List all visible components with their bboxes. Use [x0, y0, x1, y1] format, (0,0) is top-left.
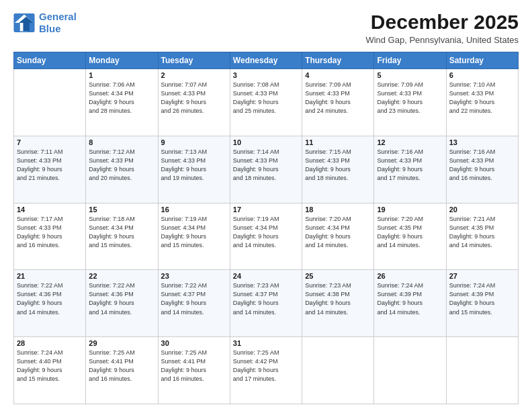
day-number: 3 — [233, 71, 299, 79]
day-cell: 10Sunrise: 7:14 AM Sunset: 4:33 PM Dayli… — [230, 136, 302, 203]
logo: General Blue — [13, 11, 77, 35]
day-info: Sunrise: 7:23 AM Sunset: 4:37 PM Dayligh… — [233, 281, 299, 316]
day-cell: 7Sunrise: 7:11 AM Sunset: 4:33 PM Daylig… — [14, 136, 86, 203]
day-number: 9 — [161, 138, 227, 146]
day-number: 30 — [161, 339, 227, 347]
day-number: 25 — [305, 272, 371, 280]
day-cell: 17Sunrise: 7:19 AM Sunset: 4:34 PM Dayli… — [230, 203, 302, 270]
day-number: 29 — [89, 339, 154, 347]
day-info: Sunrise: 7:24 AM Sunset: 4:40 PM Dayligh… — [17, 349, 83, 383]
week-row-1: 1Sunrise: 7:06 AM Sunset: 4:34 PM Daylig… — [14, 69, 519, 136]
day-cell: 18Sunrise: 7:20 AM Sunset: 4:34 PM Dayli… — [302, 203, 374, 270]
day-cell: 1Sunrise: 7:06 AM Sunset: 4:34 PM Daylig… — [86, 69, 158, 136]
day-number: 4 — [305, 71, 371, 79]
day-number: 11 — [305, 138, 371, 146]
day-cell: 30Sunrise: 7:25 AM Sunset: 4:41 PM Dayli… — [158, 337, 230, 404]
calendar-header: SundayMondayTuesdayWednesdayThursdayFrid… — [14, 52, 519, 69]
day-cell: 16Sunrise: 7:19 AM Sunset: 4:34 PM Dayli… — [158, 203, 230, 270]
day-info: Sunrise: 7:10 AM Sunset: 4:33 PM Dayligh… — [449, 81, 515, 116]
day-cell: 19Sunrise: 7:20 AM Sunset: 4:35 PM Dayli… — [374, 203, 446, 270]
title-block: December 2025 Wind Gap, Pennsylvania, Un… — [365, 11, 519, 45]
day-info: Sunrise: 7:23 AM Sunset: 4:38 PM Dayligh… — [305, 281, 371, 316]
day-number: 26 — [377, 272, 443, 280]
day-info: Sunrise: 7:25 AM Sunset: 4:41 PM Dayligh… — [161, 349, 227, 383]
day-cell: 31Sunrise: 7:25 AM Sunset: 4:42 PM Dayli… — [230, 337, 302, 404]
day-cell: 6Sunrise: 7:10 AM Sunset: 4:33 PM Daylig… — [446, 69, 518, 136]
day-info: Sunrise: 7:06 AM Sunset: 4:34 PM Dayligh… — [89, 81, 154, 116]
day-info: Sunrise: 7:24 AM Sunset: 4:39 PM Dayligh… — [377, 281, 443, 316]
calendar-table: SundayMondayTuesdayWednesdayThursdayFrid… — [13, 52, 519, 404]
day-cell: 12Sunrise: 7:16 AM Sunset: 4:33 PM Dayli… — [374, 136, 446, 203]
logo-icon — [13, 13, 35, 32]
day-number: 28 — [17, 339, 83, 347]
day-number: 23 — [161, 272, 227, 280]
day-info: Sunrise: 7:07 AM Sunset: 4:33 PM Dayligh… — [161, 81, 227, 116]
day-info: Sunrise: 7:25 AM Sunset: 4:42 PM Dayligh… — [233, 349, 299, 383]
day-info: Sunrise: 7:19 AM Sunset: 4:34 PM Dayligh… — [233, 215, 299, 250]
day-info: Sunrise: 7:22 AM Sunset: 4:36 PM Dayligh… — [17, 281, 83, 316]
day-number: 6 — [449, 71, 515, 79]
day-cell: 15Sunrise: 7:18 AM Sunset: 4:34 PM Dayli… — [86, 203, 158, 270]
day-number: 22 — [89, 272, 154, 280]
logo-text: General Blue — [39, 11, 77, 35]
header-day-monday: Monday — [86, 52, 158, 69]
day-info: Sunrise: 7:24 AM Sunset: 4:39 PM Dayligh… — [449, 281, 515, 316]
day-cell: 3Sunrise: 7:08 AM Sunset: 4:33 PM Daylig… — [230, 69, 302, 136]
day-cell: 14Sunrise: 7:17 AM Sunset: 4:33 PM Dayli… — [14, 203, 86, 270]
day-cell — [374, 337, 446, 404]
logo-line2: Blue — [39, 23, 61, 34]
header-day-thursday: Thursday — [302, 52, 374, 69]
day-cell: 23Sunrise: 7:22 AM Sunset: 4:37 PM Dayli… — [158, 270, 230, 337]
header-day-saturday: Saturday — [446, 52, 518, 69]
day-info: Sunrise: 7:08 AM Sunset: 4:33 PM Dayligh… — [233, 81, 299, 116]
day-cell: 20Sunrise: 7:21 AM Sunset: 4:35 PM Dayli… — [446, 203, 518, 270]
header-row: SundayMondayTuesdayWednesdayThursdayFrid… — [14, 52, 519, 69]
day-info: Sunrise: 7:15 AM Sunset: 4:33 PM Dayligh… — [305, 148, 371, 183]
subtitle: Wind Gap, Pennsylvania, United States — [365, 35, 519, 45]
week-row-3: 14Sunrise: 7:17 AM Sunset: 4:33 PM Dayli… — [14, 203, 519, 270]
day-number: 19 — [377, 205, 443, 214]
day-number: 10 — [233, 138, 299, 146]
day-number: 17 — [233, 205, 299, 214]
day-number: 2 — [161, 71, 227, 79]
day-number: 7 — [17, 138, 83, 146]
day-number: 31 — [233, 339, 299, 347]
day-cell: 26Sunrise: 7:24 AM Sunset: 4:39 PM Dayli… — [374, 270, 446, 337]
day-cell: 8Sunrise: 7:12 AM Sunset: 4:33 PM Daylig… — [86, 136, 158, 203]
day-number: 18 — [305, 205, 371, 214]
day-number: 16 — [161, 205, 227, 214]
day-cell: 4Sunrise: 7:09 AM Sunset: 4:33 PM Daylig… — [302, 69, 374, 136]
day-cell: 22Sunrise: 7:22 AM Sunset: 4:36 PM Dayli… — [86, 270, 158, 337]
header: General Blue December 2025 Wind Gap, Pen… — [13, 11, 519, 45]
header-day-friday: Friday — [374, 52, 446, 69]
day-cell: 25Sunrise: 7:23 AM Sunset: 4:38 PM Dayli… — [302, 270, 374, 337]
day-info: Sunrise: 7:20 AM Sunset: 4:35 PM Dayligh… — [377, 215, 443, 250]
day-number: 15 — [89, 205, 154, 214]
day-number: 5 — [377, 71, 443, 79]
day-cell — [446, 337, 518, 404]
day-cell: 28Sunrise: 7:24 AM Sunset: 4:40 PM Dayli… — [14, 337, 86, 404]
day-info: Sunrise: 7:16 AM Sunset: 4:33 PM Dayligh… — [449, 148, 515, 183]
day-info: Sunrise: 7:19 AM Sunset: 4:34 PM Dayligh… — [161, 215, 227, 250]
day-cell — [14, 69, 86, 136]
day-cell: 24Sunrise: 7:23 AM Sunset: 4:37 PM Dayli… — [230, 270, 302, 337]
day-cell: 13Sunrise: 7:16 AM Sunset: 4:33 PM Dayli… — [446, 136, 518, 203]
week-row-4: 21Sunrise: 7:22 AM Sunset: 4:36 PM Dayli… — [14, 270, 519, 337]
day-info: Sunrise: 7:21 AM Sunset: 4:35 PM Dayligh… — [449, 215, 515, 250]
day-cell: 9Sunrise: 7:13 AM Sunset: 4:33 PM Daylig… — [158, 136, 230, 203]
day-cell — [302, 337, 374, 404]
logo-line1: General — [39, 11, 77, 22]
day-info: Sunrise: 7:13 AM Sunset: 4:33 PM Dayligh… — [161, 148, 227, 183]
day-info: Sunrise: 7:18 AM Sunset: 4:34 PM Dayligh… — [89, 215, 154, 250]
week-row-5: 28Sunrise: 7:24 AM Sunset: 4:40 PM Dayli… — [14, 337, 519, 404]
day-info: Sunrise: 7:20 AM Sunset: 4:34 PM Dayligh… — [305, 215, 371, 250]
day-info: Sunrise: 7:09 AM Sunset: 4:33 PM Dayligh… — [305, 81, 371, 116]
day-number: 20 — [449, 205, 515, 214]
day-info: Sunrise: 7:16 AM Sunset: 4:33 PM Dayligh… — [377, 148, 443, 183]
day-cell: 5Sunrise: 7:09 AM Sunset: 4:33 PM Daylig… — [374, 69, 446, 136]
calendar-body: 1Sunrise: 7:06 AM Sunset: 4:34 PM Daylig… — [14, 69, 519, 404]
day-cell: 29Sunrise: 7:25 AM Sunset: 4:41 PM Dayli… — [86, 337, 158, 404]
day-cell: 21Sunrise: 7:22 AM Sunset: 4:36 PM Dayli… — [14, 270, 86, 337]
header-day-tuesday: Tuesday — [158, 52, 230, 69]
day-info: Sunrise: 7:22 AM Sunset: 4:37 PM Dayligh… — [161, 281, 227, 316]
